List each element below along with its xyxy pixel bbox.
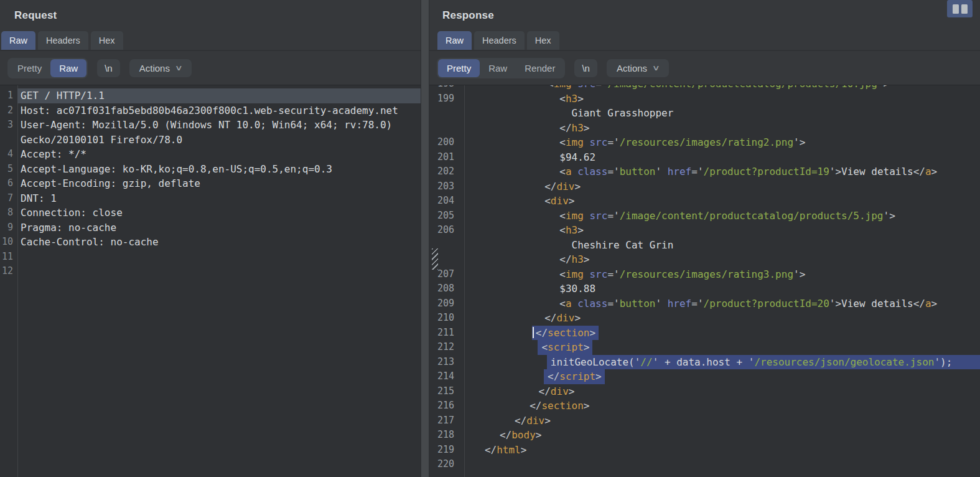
line-number: 219 [429,443,464,458]
response-panel-title: Response [429,0,980,31]
request-view-pretty-button[interactable]: Pretty [9,59,50,77]
code-line: 209<a class='button' href='/product?prod… [429,296,980,311]
code-line: 203</div> [429,179,980,194]
response-newline-toggle-button[interactable]: \n [574,59,597,77]
text-cursor [533,327,534,339]
code-line: 217</div> [429,413,980,428]
burp-message-editor: Request Raw Headers Hex Pretty Raw \n Ac… [0,0,980,477]
request-editor[interactable]: 1GET / HTTP/1.12Host: ac071f031fab5ebd80… [0,85,421,477]
code-line: Gecko/20100101 Firefox/78.0 [0,133,421,148]
line-number: 198 [429,85,464,92]
line-number: 1 [0,88,17,103]
code-line: 219</html> [429,443,980,458]
code-line: 220 [429,457,980,472]
code-line: 9Pragma: no-cache [0,220,421,235]
request-toolbar: Pretty Raw \n Actions ∨ [0,51,421,85]
response-view-pretty-button[interactable]: Pretty [438,59,480,77]
code-line: </h3> [429,252,980,267]
code-line: 218</body> [429,428,980,443]
code-line: Cheshire Cat Grin [429,238,980,253]
selection-fill [955,355,980,370]
request-panel-title: Request [0,0,421,31]
code-line: </h3> [429,121,980,136]
selected-text: </script> [544,369,605,384]
code-line: 207<img src='/resources/images/rating3.p… [429,267,980,282]
code-line: 199<h3> [429,92,980,106]
request-view-mode-group: Pretty Raw [7,58,88,78]
response-editor[interactable]: 198<img src='/image/content/productcatal… [429,85,980,477]
tab-request-raw[interactable]: Raw [1,31,35,50]
response-code-area: 198<img src='/image/content/productcatal… [429,85,980,472]
code-line: 211</section> [429,326,980,341]
request-code-area: 1GET / HTTP/1.12Host: ac071f031fab5ebd80… [0,85,421,279]
code-line: 7DNT: 1 [0,191,421,206]
line-number: 11 [0,250,17,265]
tab-response-headers[interactable]: Headers [474,31,525,50]
line-number: 201 [429,150,464,165]
code-line: 204<div> [429,194,980,209]
line-number: 205 [429,209,464,224]
request-newline-toggle-button[interactable]: \n [97,59,120,77]
request-actions-button[interactable]: Actions ∨ [129,59,192,77]
selected-text: initGeoLocate('//' + data.host + '/resou… [547,355,955,370]
response-panel: Response Raw Headers Hex Pretty Raw Rend… [429,0,980,477]
line-number [429,252,464,267]
line-number: 3 [0,118,17,133]
line-number: 202 [429,164,464,179]
line-number: 209 [429,296,464,311]
line-number: 199 [429,92,464,106]
code-line: 198<img src='/image/content/productcatal… [429,85,980,92]
selected-text: </section> [532,326,599,341]
code-line: 202<a class='button' href='/product?prod… [429,164,980,179]
response-view-raw-button[interactable]: Raw [480,59,516,77]
line-number [429,121,464,136]
line-number [429,238,464,253]
code-line: 216</section> [429,399,980,413]
tab-response-hex[interactable]: Hex [527,31,559,50]
line-number: 213 [429,355,464,370]
response-view-render-button[interactable]: Render [516,59,564,77]
code-line: 4Accept: */* [0,147,421,162]
code-line: 2Host: ac071f031fab5ebd80b46a2300f800c1.… [0,103,421,118]
code-line: 8Connection: close [0,205,421,220]
chevron-down-icon: ∨ [652,64,660,72]
line-number [0,133,17,148]
code-line: 214</script> [429,369,980,384]
response-view-mode-group: Pretty Raw Render [437,58,565,78]
line-number: 217 [429,413,464,428]
tab-request-headers[interactable]: Headers [38,31,88,50]
response-actions-label: Actions [617,63,647,73]
line-number: 207 [429,267,464,282]
code-line: 3User-Agent: Mozilla/5.0 (Windows NT 10.… [0,118,421,133]
two-columns-icon [961,4,968,14]
tab-request-hex[interactable]: Hex [91,31,123,50]
chevron-down-icon: ∨ [175,64,183,72]
selected-text: <script> [538,340,592,355]
layout-toggle-button[interactable] [947,0,973,17]
request-panel: Request Raw Headers Hex Pretty Raw \n Ac… [0,0,421,477]
line-number: 9 [0,220,17,235]
tab-response-raw[interactable]: Raw [437,31,472,50]
request-actions-label: Actions [139,63,170,73]
code-line: 11 [0,250,421,265]
line-number: 203 [429,179,464,194]
line-number: 216 [429,399,464,413]
code-line: 1GET / HTTP/1.1 [0,88,421,103]
line-number: 206 [429,223,464,238]
line-number: 10 [0,235,17,250]
line-number: 220 [429,457,464,472]
response-actions-button[interactable]: Actions ∨ [607,59,669,77]
line-number: 2 [0,103,17,118]
code-line: 5Accept-Language: ko-KR,ko;q=0.8,en-US;q… [0,162,421,177]
line-number: 12 [0,264,17,279]
panel-splitter[interactable] [421,0,429,477]
code-line: 201$94.62 [429,150,980,165]
code-line: 212<script> [429,340,980,355]
line-number: 215 [429,384,464,399]
line-number: 8 [0,205,17,220]
code-line: 215</div> [429,384,980,399]
request-view-raw-button[interactable]: Raw [50,59,86,77]
line-number: 6 [0,176,17,191]
code-line: 10Cache-Control: no-cache [0,235,421,250]
response-toolbar: Pretty Raw Render \n Actions ∨ [429,51,980,85]
